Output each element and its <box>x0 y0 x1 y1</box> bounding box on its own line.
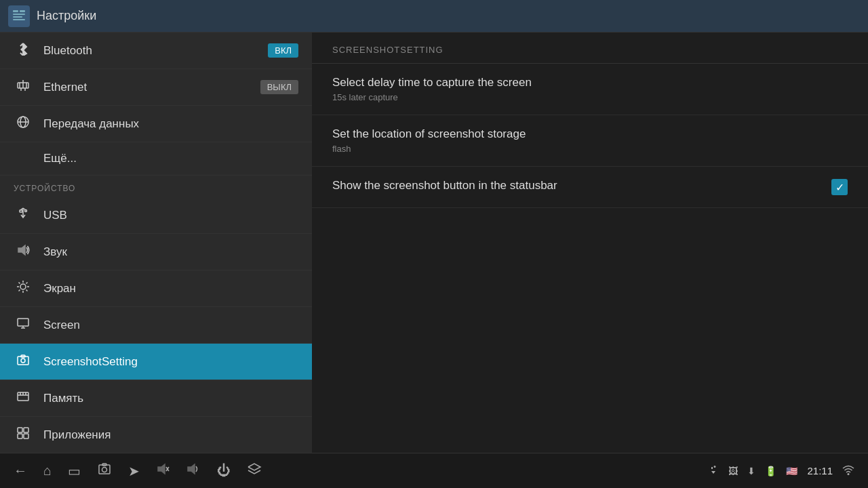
statusbar-checkbox[interactable]: ✓ <box>831 179 848 195</box>
data-icon <box>14 115 33 132</box>
screen-icon <box>14 317 33 333</box>
time-display: 21:11 <box>807 465 833 476</box>
svg-line-32 <box>19 290 20 291</box>
home-button[interactable]: ⌂ <box>43 463 52 479</box>
main-layout: Bluetooth ВКЛ Ethernet ВЫКЛ <box>0 33 868 453</box>
bottom-nav: ← ⌂ ▭ ➤ ⏻ <box>14 462 262 480</box>
svg-point-22 <box>25 210 27 212</box>
sidebar-item-bluetooth[interactable]: Bluetooth ВКЛ <box>0 33 312 69</box>
svg-rect-0 <box>13 10 18 12</box>
svg-rect-44 <box>18 428 22 432</box>
sound-icon <box>14 243 33 260</box>
svg-point-56 <box>848 473 850 475</box>
svg-point-50 <box>102 468 107 472</box>
section-device-label: УСТРОЙСТВО <box>0 176 312 197</box>
bluetooth-label: Bluetooth <box>43 44 92 58</box>
svg-rect-45 <box>24 428 28 432</box>
data-label: Передача данных <box>43 117 139 131</box>
flag-icon: 🇺🇸 <box>786 466 797 476</box>
svg-rect-33 <box>18 319 28 326</box>
svg-marker-55 <box>188 464 195 474</box>
svg-rect-4 <box>20 10 25 12</box>
screenshot-label: ScreenshotSetting <box>43 355 138 369</box>
sidebar-item-ethernet[interactable]: Ethernet ВЫКЛ <box>0 69 312 106</box>
sidebar-item-display[interactable]: Экран <box>0 270 312 307</box>
title-bar: Настройки <box>0 0 868 33</box>
ethernet-label: Ethernet <box>43 81 87 94</box>
screen-label: Screen <box>43 319 80 332</box>
screenshot-icon <box>14 353 33 370</box>
battery-icon: 🔋 <box>765 466 776 476</box>
setting-statusbar[interactable]: Show the screenshot button in the status… <box>312 167 868 208</box>
back-button[interactable]: ← <box>14 463 27 479</box>
usb-icon <box>14 207 33 224</box>
bottom-bar: ← ⌂ ▭ ➤ ⏻ <box>0 453 868 488</box>
content-section-title: SCREENSHOTSETTING <box>312 33 868 64</box>
svg-line-31 <box>26 283 28 284</box>
apps-label: Приложения <box>43 428 111 442</box>
recent-button[interactable]: ▭ <box>68 463 81 479</box>
svg-point-37 <box>21 359 25 363</box>
setting-storage-subtitle: flash <box>332 144 526 154</box>
display-icon <box>14 280 33 297</box>
sidebar-item-memory[interactable]: Память <box>0 380 312 417</box>
sidebar-item-usb[interactable]: USB <box>0 197 312 234</box>
app-icon <box>8 5 30 27</box>
content-area: SCREENSHOTSETTING Select delay time to c… <box>312 33 868 453</box>
image-status-icon: 🖼 <box>728 466 738 476</box>
sound-label: Звук <box>43 245 67 259</box>
sidebar-item-sound[interactable]: Звук <box>0 234 312 270</box>
sidebar-item-apps[interactable]: Приложения <box>0 417 312 453</box>
svg-rect-46 <box>18 434 22 439</box>
svg-rect-47 <box>24 434 28 439</box>
setting-delay-subtitle: 15s later capture <box>332 92 532 102</box>
layers-button[interactable] <box>247 462 262 480</box>
cursor-button[interactable]: ➤ <box>128 463 140 479</box>
volume-mute-button[interactable] <box>156 462 170 479</box>
bluetooth-icon <box>14 42 33 59</box>
setting-statusbar-title: Show the screenshot button in the status… <box>332 179 557 192</box>
svg-point-24 <box>20 284 26 289</box>
status-bar: 🖼 ⬇ 🔋 🇺🇸 21:11 <box>708 464 854 477</box>
svg-rect-21 <box>20 210 22 212</box>
svg-line-29 <box>19 283 20 284</box>
ethernet-toggle[interactable]: ВЫКЛ <box>260 80 298 94</box>
svg-rect-3 <box>13 19 25 20</box>
sidebar-item-screenshot[interactable]: ScreenshotSetting <box>0 344 312 380</box>
volume-up-button[interactable] <box>186 462 201 480</box>
sidebar-item-more[interactable]: Ещё... <box>0 142 312 176</box>
memory-label: Память <box>43 392 83 405</box>
sidebar: Bluetooth ВКЛ Ethernet ВЫКЛ <box>0 33 312 453</box>
apps-icon <box>14 426 33 443</box>
svg-rect-2 <box>13 16 22 18</box>
setting-delay-text: Select delay time to capture the screen … <box>332 76 532 102</box>
display-label: Экран <box>43 282 76 296</box>
sidebar-item-screen[interactable]: Screen <box>0 307 312 344</box>
more-label: Ещё... <box>43 152 77 165</box>
svg-marker-52 <box>158 464 165 474</box>
svg-rect-1 <box>13 14 25 15</box>
app-title: Настройки <box>37 9 96 23</box>
bluetooth-toggle[interactable]: ВКЛ <box>268 43 298 58</box>
svg-marker-23 <box>18 245 25 255</box>
sidebar-item-data[interactable]: Передача данных <box>0 106 312 142</box>
power-button[interactable]: ⏻ <box>217 463 231 479</box>
setting-delay[interactable]: Select delay time to capture the screen … <box>312 64 868 115</box>
setting-delay-title: Select delay time to capture the screen <box>332 76 532 89</box>
svg-line-30 <box>26 290 28 291</box>
setting-storage[interactable]: Set the location of screenshot storage f… <box>312 115 868 167</box>
setting-storage-title: Set the location of screenshot storage <box>332 127 526 141</box>
arrow-icon: ⬇ <box>747 466 755 476</box>
setting-storage-text: Set the location of screenshot storage f… <box>332 127 526 154</box>
setting-statusbar-text: Show the screenshot button in the status… <box>332 179 557 195</box>
usb-label: USB <box>43 209 67 222</box>
usb-status-icon <box>708 464 719 477</box>
memory-icon <box>14 390 33 407</box>
screenshot-button[interactable] <box>97 462 112 480</box>
wifi-icon <box>842 464 854 477</box>
svg-rect-36 <box>18 357 28 365</box>
ethernet-icon <box>14 79 33 96</box>
